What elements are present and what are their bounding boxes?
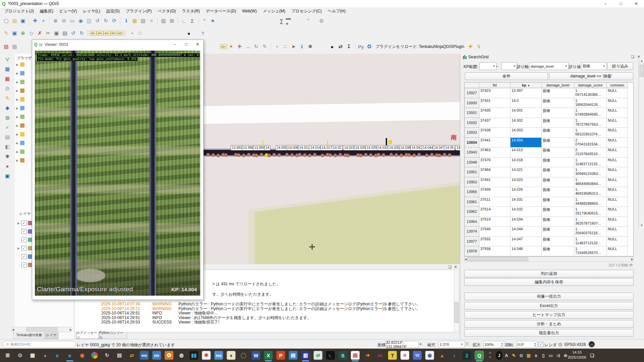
measure-icon[interactable]: ∟ <box>180 17 188 25</box>
plugin-manager-icon[interactable]: ✚ <box>466 43 475 51</box>
browser-item[interactable]: ▶ <box>16 62 24 67</box>
layer-item[interactable]: ▶✓ <box>17 221 32 226</box>
cell-fid[interactable]: 37437 <box>479 118 511 128</box>
swap-arrows-icon[interactable]: ⇄ <box>336 43 345 51</box>
viewer-maximize-button[interactable]: □ <box>180 40 192 49</box>
toggle-editing-icon[interactable]: ✎ <box>2 29 10 38</box>
lock-icon[interactable]: ⚿ <box>466 342 469 346</box>
action-button[interactable]: Excel出力 <box>464 302 634 310</box>
expand-icon[interactable]: ▶ <box>16 107 19 110</box>
search-icon[interactable]: ⊙ <box>16 351 24 360</box>
select-poly-icon[interactable]: ▨ <box>10 43 19 51</box>
layer-checkbox[interactable]: ✓ <box>21 246 26 251</box>
ninja-icon[interactable]: ✪ <box>365 43 374 51</box>
zoom-to-layer-icon[interactable]: ◫ <box>85 17 93 25</box>
dark-globe-icon[interactable]: ● <box>185 29 193 38</box>
maximize-button[interactable]: □ <box>613 0 629 7</box>
cell-fid[interactable]: 37435 <box>479 108 511 118</box>
zoom-out-icon[interactable]: ⊖ <box>60 17 68 25</box>
table-vscrollbar[interactable]: ▲▼ <box>639 59 644 227</box>
v2-icon[interactable]: V2 <box>413 351 422 360</box>
expand-icon[interactable]: ▶ <box>16 72 19 75</box>
cell-fid[interactable]: 37491 <box>479 177 511 187</box>
column-header-commen[interactable]: commen <box>607 82 628 88</box>
browser-item[interactable]: ▶ <box>16 71 24 75</box>
column-header-damage_score[interactable]: damage_score <box>574 82 607 88</box>
settings-icon[interactable]: ▣ <box>3 172 12 180</box>
action-button[interactable]: 列の追加 <box>464 270 634 278</box>
cell-damage-level[interactable]: 損傷 <box>542 138 574 148</box>
table-row[interactable]: 139303743114.0損傷1. 18562044126…NULL <box>465 98 633 108</box>
cell-damage-level[interactable]: 損傷 <box>542 177 574 187</box>
cell-comment[interactable]: NULL <box>607 207 628 217</box>
taskbar-clock[interactable]: 14:332025/10/06 <box>566 350 588 360</box>
attribute-table-icon[interactable]: ▥ <box>159 17 168 25</box>
ptp-icon[interactable]: ptp <box>152 351 161 360</box>
pan-map-icon[interactable]: ✚ <box>31 17 39 25</box>
refresh-map-icon[interactable]: ⟳ <box>110 17 118 25</box>
cut-features-icon[interactable]: ✂ <box>44 29 52 38</box>
task-view-icon[interactable]: ▦ <box>28 351 37 360</box>
all-records-button[interactable]: 全件 <box>465 72 548 80</box>
sakura-icon[interactable]: S <box>338 351 347 360</box>
menu-item[interactable]: ラスタ(R) <box>179 8 203 15</box>
menu-item[interactable]: ヘルプ(H) <box>325 8 349 15</box>
map-pin-icon[interactable]: ♦ <box>227 351 235 360</box>
message-bubble-icon[interactable]: ❞ <box>304 17 313 25</box>
results-table[interactable]: fidkp ▲damage_leveldamage_scorecommen 13… <box>464 82 634 256</box>
cell-fid[interactable]: 37558 <box>479 246 511 256</box>
cell-fid[interactable]: 37431 <box>479 98 511 108</box>
cell-fid[interactable]: 37499 <box>479 187 511 197</box>
cell-comment[interactable]: NULL <box>607 128 628 138</box>
table-row[interactable]: 139273742313.997損傷1. 09714130385…NULL <box>465 88 633 98</box>
add-vector-layer-icon[interactable]: ▩ <box>3 65 12 73</box>
sum-icon[interactable]: ∑ <box>277 17 286 25</box>
browser-item[interactable]: ▶ <box>16 149 24 154</box>
expand-icon[interactable]: ▶ <box>16 80 19 84</box>
cell-fid[interactable]: 37519 <box>479 217 511 227</box>
cell-damage-level[interactable]: 損傷 <box>542 128 574 138</box>
cell-damage-level[interactable]: 損傷 <box>542 167 574 177</box>
cell-fid[interactable]: 37463 <box>479 147 511 158</box>
cell-kp[interactable]: 14.023 <box>511 177 542 187</box>
column-header-kp[interactable]: kp ▲ <box>511 82 542 88</box>
cell-kp[interactable]: 14.034 <box>511 217 542 227</box>
expand-icon[interactable]: ▶ <box>16 124 19 127</box>
zoom-full-icon[interactable]: ▭ <box>68 17 76 25</box>
help-icon[interactable]: ? <box>199 29 207 38</box>
chrome-icon[interactable] <box>90 351 99 360</box>
cell-damage-score[interactable]: 1. 25640375118… <box>574 227 607 237</box>
layer-item[interactable]: ✓ <box>17 262 32 267</box>
action-button[interactable]: ヒートマップ出力 <box>464 311 634 319</box>
search-input[interactable]: ⊙ 検索(Ctrl+K) <box>3 341 76 348</box>
cell-fid[interactable]: 37511 <box>479 197 511 207</box>
table-row[interactable]: 139773755514.047損傷1. 11483713133…NULL <box>465 237 633 247</box>
ninja-app-icon[interactable]: ✪ <box>165 351 173 360</box>
wrench-icon[interactable]: ✱ <box>306 43 315 51</box>
powerpoint-icon[interactable]: P <box>276 351 285 360</box>
speaker-icon[interactable]: ◁) <box>555 351 561 360</box>
cell-comment[interactable]: NULL <box>607 98 628 108</box>
pin-labels-icon[interactable]: ✦ <box>227 43 235 51</box>
log-scrollbar[interactable] <box>454 269 459 333</box>
notes-icon[interactable]: ▤ <box>351 351 360 360</box>
row-number[interactable]: 13934 <box>465 138 479 148</box>
row-number[interactable]: 13927 <box>465 88 479 98</box>
log-close-icon[interactable]: ✕ <box>454 265 457 269</box>
cell-comment[interactable]: NULL <box>607 138 628 148</box>
cell-damage-level[interactable]: 損傷 <box>542 158 574 168</box>
internet-explorer-icon[interactable]: e <box>53 351 62 360</box>
row-number[interactable]: 13978 <box>465 246 479 256</box>
ime-a-icon[interactable]: A <box>503 351 510 360</box>
media-icon[interactable]: ▤ <box>289 351 298 360</box>
cell-kp[interactable]: 14.047 <box>511 237 542 247</box>
move-label-tool-icon[interactable]: ↔ <box>244 43 252 51</box>
menu-item[interactable]: プラグイン(P) <box>123 8 155 15</box>
diagram-icon[interactable]: ◔ <box>273 43 281 51</box>
crayon-icon[interactable]: ✎ <box>511 351 517 360</box>
expand-icon[interactable]: ▶ <box>17 247 20 250</box>
cell-damage-score[interactable]: 1. 34488288859… <box>574 197 607 207</box>
browser-item[interactable]: ▶ <box>16 97 24 102</box>
pc-transfer-icon[interactable]: ⇄ <box>314 351 322 360</box>
cell-fid[interactable]: 37514 <box>479 207 511 217</box>
